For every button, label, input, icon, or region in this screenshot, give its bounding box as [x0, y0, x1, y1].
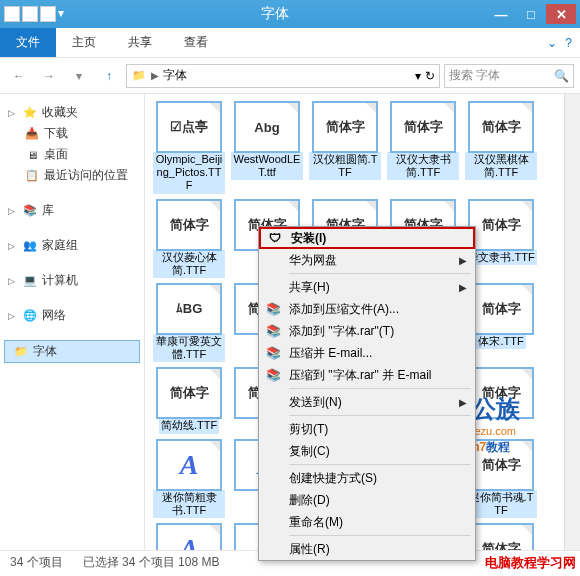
file-item[interactable]: 简体字汉仪黑棋体简.TTF: [465, 102, 537, 194]
maximize-button[interactable]: □: [516, 4, 546, 24]
menu-item-icon: 📚: [265, 367, 281, 383]
status-count: 34 个项目: [10, 554, 63, 571]
menu-item[interactable]: 📚压缩并 E-mail...: [259, 342, 475, 364]
file-item[interactable]: AbgWestWoodLET.ttf: [231, 102, 303, 194]
file-item[interactable]: 简体字汉仪大隶书简.TTF: [387, 102, 459, 194]
file-item[interactable]: ﾑBG華康可愛英文體.TTF: [153, 284, 225, 362]
library-icon: 📚: [22, 203, 38, 219]
menu-separator: [289, 415, 471, 416]
menu-item[interactable]: 重命名(M): [259, 511, 475, 533]
recent-icon: 📋: [24, 168, 40, 184]
menu-item-icon: 📚: [265, 345, 281, 361]
download-icon: 📥: [24, 126, 40, 142]
file-thumbnail: 简体字: [157, 200, 221, 250]
address-bar[interactable]: 📁 ▶ 字体 ▾ ↻: [126, 64, 440, 88]
breadcrumb-location[interactable]: 字体: [163, 67, 187, 84]
menu-item-label: 添加到压缩文件(A)...: [289, 301, 399, 318]
file-name: [499, 418, 503, 420]
menu-item-label: 创建快捷方式(S): [289, 470, 377, 487]
tab-file[interactable]: 文件: [0, 28, 56, 57]
navbar: ← → ▾ ↑ 📁 ▶ 字体 ▾ ↻ 搜索 字体 🔍: [0, 58, 580, 94]
file-thumbnail: 简体字: [469, 200, 533, 250]
menu-item[interactable]: 创建快捷方式(S): [259, 467, 475, 489]
file-name: Olympic_Beijing_Pictos.TTF: [153, 152, 225, 194]
help-icon[interactable]: ?: [565, 36, 572, 50]
menu-item[interactable]: 复制(C): [259, 440, 475, 462]
menu-item[interactable]: 📚压缩到 "字体.rar" 并 E-mail: [259, 364, 475, 386]
file-item[interactable]: ☑点亭Olympic_Beijing_Pictos.TTF: [153, 102, 225, 194]
menu-separator: [289, 535, 471, 536]
menu-item[interactable]: 剪切(T): [259, 418, 475, 440]
menu-item[interactable]: 共享(H)▶: [259, 276, 475, 298]
file-item[interactable]: A迷你简特粗: [153, 524, 225, 550]
sidebar-libraries[interactable]: ▷📚库: [4, 200, 140, 221]
file-name: 汉仪大隶书简.TTF: [387, 152, 459, 180]
tab-share[interactable]: 共享: [112, 28, 168, 57]
menu-item[interactable]: 🛡安装(I): [259, 227, 475, 249]
file-name: 汉仪粗圆简.TTF: [309, 152, 381, 180]
file-name: 简幼线.TTF: [159, 418, 219, 433]
menu-item-label: 删除(D): [289, 492, 330, 509]
menu-item[interactable]: 📚添加到 "字体.rar"(T): [259, 320, 475, 342]
file-thumbnail: 简体字: [469, 368, 533, 418]
menu-item[interactable]: 发送到(N)▶: [259, 391, 475, 413]
up-button[interactable]: ↑: [96, 63, 122, 89]
search-input[interactable]: 搜索 字体 🔍: [444, 64, 574, 88]
forward-button[interactable]: →: [36, 63, 62, 89]
sidebar-favorites[interactable]: ▷⭐收藏夹: [4, 102, 140, 123]
menu-item[interactable]: 删除(D): [259, 489, 475, 511]
file-item[interactable]: 简体字简幼线.TTF: [153, 368, 225, 433]
file-thumbnail: 简体字: [313, 102, 377, 152]
sidebar-computer[interactable]: ▷💻计算机: [4, 270, 140, 291]
file-thumbnail: 简体字: [469, 284, 533, 334]
menu-item-label: 剪切(T): [289, 421, 328, 438]
sidebar-item-fonts[interactable]: 📁字体: [4, 340, 140, 363]
minimize-button[interactable]: —: [486, 4, 516, 24]
file-name: 体宋.TTF: [476, 334, 525, 349]
menu-item-label: 属性(R): [289, 541, 330, 558]
qat-icon-1[interactable]: [22, 6, 38, 22]
sidebar-item-downloads[interactable]: 📥下载: [4, 123, 140, 144]
sidebar-item-recent[interactable]: 📋最近访问的位置: [4, 165, 140, 186]
sidebar-item-desktop[interactable]: 🖥桌面: [4, 144, 140, 165]
app-icon: [4, 6, 20, 22]
file-thumbnail: A: [157, 524, 221, 550]
titlebar: ▾ 字体 — □ ✕: [0, 0, 580, 28]
menu-item-label: 安装(I): [291, 230, 326, 247]
submenu-arrow-icon: ▶: [459, 255, 467, 266]
menu-item-label: 复制(C): [289, 443, 330, 460]
context-menu: 🛡安装(I)华为网盘▶共享(H)▶📚添加到压缩文件(A)...📚添加到 "字体.…: [258, 226, 476, 561]
file-thumbnail: ☑点亭: [157, 102, 221, 152]
file-thumbnail: Abg: [235, 102, 299, 152]
qat-icon-2[interactable]: [40, 6, 56, 22]
menu-item[interactable]: 华为网盘▶: [259, 249, 475, 271]
menu-separator: [289, 388, 471, 389]
tab-view[interactable]: 查看: [168, 28, 224, 57]
menu-item-label: 华为网盘: [289, 252, 337, 269]
file-item[interactable]: A迷你简粗隶书.TTF: [153, 440, 225, 518]
tab-home[interactable]: 主页: [56, 28, 112, 57]
menu-item-icon: 📚: [265, 323, 281, 339]
ribbon-expand-icon[interactable]: ⌄: [547, 36, 557, 50]
sidebar-homegroup[interactable]: ▷👥家庭组: [4, 235, 140, 256]
menu-item[interactable]: 属性(R): [259, 538, 475, 560]
desktop-icon: 🖥: [24, 147, 40, 163]
menu-separator: [289, 273, 471, 274]
sidebar-network[interactable]: ▷🌐网络: [4, 305, 140, 326]
file-item[interactable]: 简体字汉仪菱心体简.TTF: [153, 200, 225, 278]
close-button[interactable]: ✕: [546, 4, 576, 24]
file-name: 迷你简粗隶书.TTF: [153, 490, 225, 518]
refresh-button[interactable]: ↻: [425, 69, 435, 83]
back-button[interactable]: ←: [6, 63, 32, 89]
file-thumbnail: 简体字: [157, 368, 221, 418]
file-name: 汉仪黑棋体简.TTF: [465, 152, 537, 180]
history-dropdown[interactable]: ▾: [66, 63, 92, 89]
folder-icon: 📁: [131, 68, 147, 84]
file-thumbnail: 简体字: [391, 102, 455, 152]
submenu-arrow-icon: ▶: [459, 397, 467, 408]
menu-item[interactable]: 📚添加到压缩文件(A)...: [259, 298, 475, 320]
file-item[interactable]: 简体字汉仪粗圆简.TTF: [309, 102, 381, 194]
addr-dropdown-icon[interactable]: ▾: [415, 69, 421, 83]
menu-item-label: 添加到 "字体.rar"(T): [289, 323, 394, 340]
scrollbar[interactable]: [564, 94, 580, 550]
